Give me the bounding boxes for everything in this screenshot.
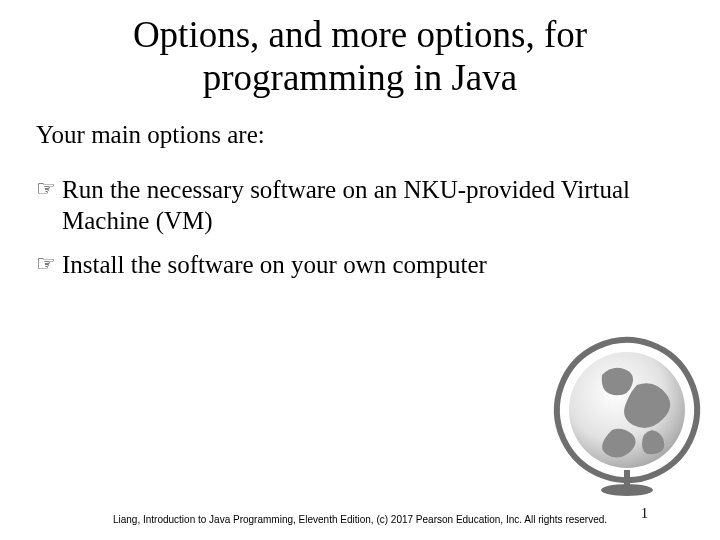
slide: Options, and more options, for programmi… (0, 0, 720, 540)
globe-icon (542, 330, 712, 500)
intro-text: Your main options are: (0, 99, 720, 149)
page-number: 1 (641, 506, 648, 522)
list-item-text: Run the necessary software on an NKU-pro… (62, 175, 684, 236)
footer-text: Liang, Introduction to Java Programming,… (0, 514, 720, 527)
bullet-list: ☞ Run the necessary software on an NKU-p… (0, 149, 720, 281)
pointing-hand-icon: ☞ (36, 250, 62, 279)
pointing-hand-icon: ☞ (36, 175, 62, 204)
list-item-text: Install the software on your own compute… (62, 250, 684, 281)
slide-title: Options, and more options, for programmi… (0, 0, 720, 99)
list-item: ☞ Install the software on your own compu… (36, 250, 684, 281)
list-item: ☞ Run the necessary software on an NKU-p… (36, 175, 684, 236)
